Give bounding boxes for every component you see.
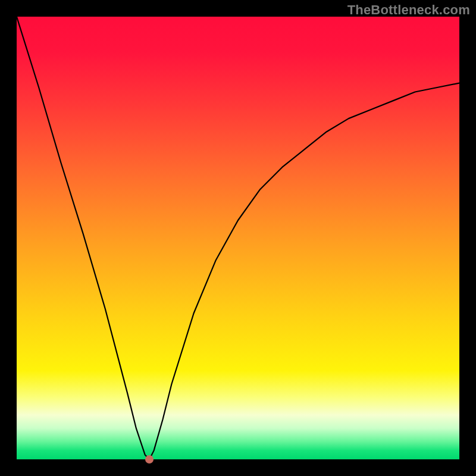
- bottleneck-curve-path: [17, 17, 459, 459]
- plot-area: [17, 17, 459, 459]
- min-marker-dot: [145, 455, 154, 464]
- watermark-text: TheBottleneck.com: [347, 2, 470, 18]
- chart-frame: TheBottleneck.com: [0, 0, 476, 476]
- curve-svg: [17, 17, 459, 459]
